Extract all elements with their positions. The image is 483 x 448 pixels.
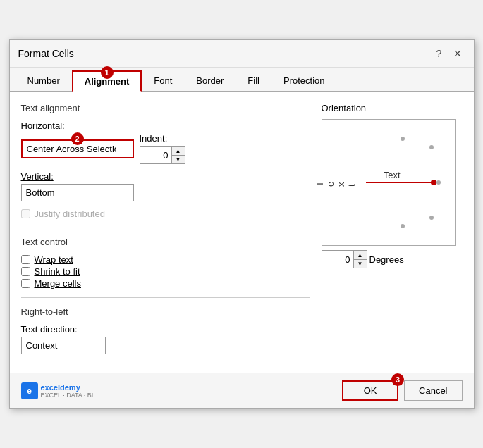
indent-group: Indent: ▲ ▼ (140, 133, 185, 164)
degrees-label: Degrees (369, 254, 404, 265)
degree-row: ▲ ▼ Degrees (322, 250, 463, 268)
justify-distributed-checkbox[interactable] (21, 209, 30, 218)
cancel-button[interactable]: Cancel (404, 380, 462, 401)
text-direction-label: Text direction: (21, 324, 310, 335)
degree-down-button[interactable]: ▼ (354, 259, 367, 268)
title-bar-controls: ? ✕ (432, 46, 465, 61)
tab-alignment[interactable]: Alignment 1 (72, 70, 142, 92)
text-direction-group: Text direction: Context Left-to-Right Ri… (21, 324, 310, 354)
tab-fill[interactable]: Fill (236, 70, 271, 92)
text-alignment-section-title: Text alignment (21, 103, 310, 113)
ok-button-wrapper: OK 3 (342, 380, 398, 401)
help-button[interactable]: ? (432, 46, 447, 61)
text-control-section-title: Text control (21, 237, 310, 247)
wrap-text-row: Wrap text (21, 254, 310, 265)
dot-bottom (401, 224, 405, 228)
degree-input[interactable] (322, 251, 353, 268)
vertical-select-wrapper: Bottom Top Center Justify Distributed (21, 184, 134, 201)
dot-top (401, 137, 405, 141)
vertical-text-area: Text (322, 120, 350, 245)
shrink-to-fit-label: Shrink to fit (35, 266, 80, 277)
footer-buttons: OK 3 Cancel (342, 380, 462, 401)
logo-text: exceldemy EXCEL · DATA · BI (41, 383, 94, 399)
wrap-text-label: Wrap text (35, 254, 73, 265)
badge-1: 1 (101, 66, 114, 79)
tab-border[interactable]: Border (184, 70, 236, 92)
indent-label: Indent: (140, 133, 185, 144)
text-direction-select-wrapper: Context Left-to-Right Right-to-Left (21, 337, 106, 354)
horizontal-row: 2 Center Across Selection General Left (… (21, 133, 310, 164)
right-panel: Orientation Text (322, 103, 463, 361)
horizontal-text-label: Text (384, 170, 401, 180)
indent-spinner-buttons: ▲ ▼ (171, 147, 185, 163)
logo-icon: e (21, 382, 38, 399)
shrink-to-fit-row: Shrink to fit (21, 266, 310, 277)
wrap-text-checkbox[interactable] (21, 255, 30, 264)
main-content: Text alignment Horizontal: 2 Center Acro… (10, 92, 474, 373)
orientation-box: Text Text (322, 119, 456, 246)
justify-distributed-label: Justify distributed (35, 209, 105, 219)
dot-bottom-right (429, 216, 434, 220)
tabs-bar: Number Alignment 1 Font Border Fill Prot… (10, 68, 474, 92)
indent-input[interactable] (140, 147, 171, 163)
degree-input-wrapper: ▲ ▼ (322, 250, 367, 268)
format-cells-dialog: Format Cells ? ✕ Number Alignment 1 Font… (9, 39, 475, 409)
dialog-title: Format Cells (18, 48, 74, 59)
indent-down-button[interactable]: ▼ (172, 155, 185, 163)
merge-cells-label: Merge cells (35, 278, 81, 289)
badge-2: 2 (71, 132, 84, 145)
vertical-select[interactable]: Bottom Top Center Justify Distributed (21, 184, 134, 201)
horizontal-label: Horizontal: (21, 120, 310, 131)
footer: e exceldemy EXCEL · DATA · BI OK 3 Cance… (10, 373, 474, 408)
tab-font[interactable]: Font (142, 70, 184, 92)
horizontal-group: Horizontal: 2 Center Across Selection Ge… (21, 120, 310, 164)
footer-logo: e exceldemy EXCEL · DATA · BI (21, 382, 94, 399)
vertical-group: Vertical: Bottom Top Center Justify Dist… (21, 171, 310, 201)
indent-up-button[interactable]: ▲ (172, 147, 185, 155)
left-panel: Text alignment Horizontal: 2 Center Acro… (21, 103, 310, 361)
justify-distributed-row: Justify distributed (21, 209, 310, 219)
degree-spinner-buttons: ▲ ▼ (353, 251, 367, 268)
indent-spinner: ▲ ▼ (140, 146, 185, 164)
angle-line (366, 182, 434, 183)
dot-top-right (429, 145, 434, 149)
merge-cells-checkbox[interactable] (21, 279, 30, 288)
angle-area[interactable]: Text (350, 120, 455, 245)
tab-protection[interactable]: Protection (271, 70, 337, 92)
merge-cells-row: Merge cells (21, 278, 310, 289)
tab-number[interactable]: Number (16, 70, 72, 92)
vertical-label: Vertical: (21, 171, 310, 182)
shrink-to-fit-checkbox[interactable] (21, 267, 30, 276)
ok-button[interactable]: OK (342, 380, 398, 401)
dot-right (436, 180, 441, 185)
degree-up-button[interactable]: ▲ (354, 251, 367, 259)
close-button[interactable]: ✕ (450, 46, 465, 61)
title-bar: Format Cells ? ✕ (10, 40, 474, 68)
orientation-label: Orientation (322, 103, 463, 113)
right-to-left-section-title: Right-to-left (21, 306, 310, 317)
text-direction-select[interactable]: Context Left-to-Right Right-to-Left (21, 337, 106, 354)
badge-3: 3 (391, 373, 404, 386)
